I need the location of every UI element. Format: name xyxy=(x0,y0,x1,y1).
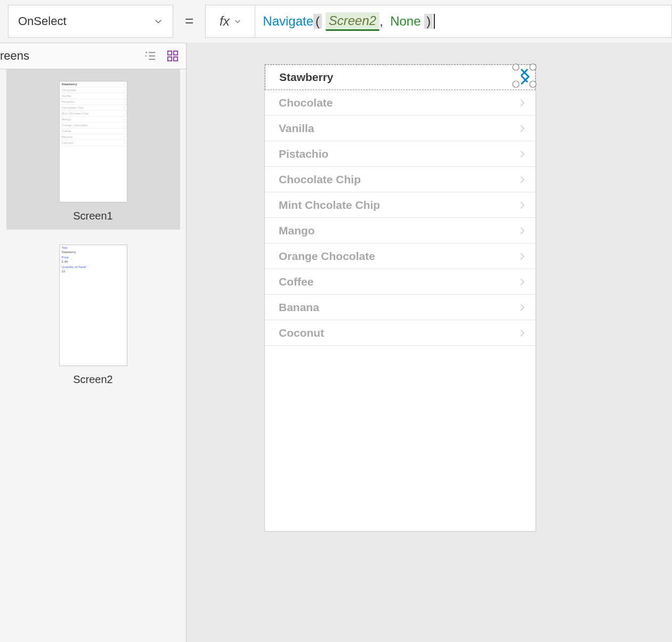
svg-point-10 xyxy=(513,81,519,87)
gallery-item-label: Mint Chcolate Chip xyxy=(279,199,380,212)
selection-handles-icon xyxy=(511,62,538,90)
panel-header: reens xyxy=(0,43,186,69)
thumbnail-label: Screen2 xyxy=(6,373,180,386)
chevron-right-icon xyxy=(517,226,527,235)
gallery-item-label: Orange Chocolate xyxy=(279,250,375,263)
chevron-right-icon xyxy=(517,303,527,312)
tree-view-icon[interactable] xyxy=(144,50,156,62)
gallery-item-label: Coconut xyxy=(279,327,324,339)
screens-panel: reens Stawberry› Chocolate› Vanilla› Pis… xyxy=(0,43,187,642)
chevron-right-icon xyxy=(517,200,527,210)
paren-open: ( xyxy=(313,14,322,29)
thumbnail-canvas: Stawberry› Chocolate› Vanilla› Pistachio… xyxy=(59,81,127,202)
chevron-right-icon xyxy=(517,251,527,261)
gallery-item[interactable]: Vanilla xyxy=(265,116,536,141)
chevron-right-icon xyxy=(517,149,527,159)
svg-point-8 xyxy=(513,64,519,70)
gallery-item-label: Vanilla xyxy=(279,122,314,135)
gallery-item[interactable]: Chocolate xyxy=(265,90,536,116)
svg-rect-4 xyxy=(168,51,172,55)
gallery-item-label: Chocolate xyxy=(279,96,333,109)
formula-function: Navigate xyxy=(263,14,313,29)
thumbnail-view-icon[interactable] xyxy=(167,50,179,62)
gallery-item[interactable]: Coffee xyxy=(265,269,536,295)
formula-bar: OnSelect = fx Navigate ( Screen2 , None … xyxy=(0,0,672,43)
svg-rect-5 xyxy=(174,51,177,55)
gallery-control[interactable]: Stawberry Chocolate Vanilla Pistachio Ch… xyxy=(265,64,536,346)
property-label: OnSelect xyxy=(18,14,67,28)
gallery-item-label: Coffee xyxy=(279,275,313,288)
chevron-right-icon xyxy=(517,277,527,287)
chevron-right-icon xyxy=(517,98,527,108)
thumbnail-label: Screen1 xyxy=(6,210,180,222)
svg-rect-7 xyxy=(174,57,177,61)
svg-point-11 xyxy=(530,81,536,87)
canvas-area: Stawberry Chocolate Vanilla Pistachio Ch… xyxy=(187,43,672,642)
app-canvas[interactable]: Stawberry Chocolate Vanilla Pistachio Ch… xyxy=(264,64,536,532)
formula-comma: , xyxy=(379,14,383,29)
gallery-item-selected[interactable]: Stawberry xyxy=(265,64,536,90)
svg-point-9 xyxy=(530,64,536,70)
text-cursor xyxy=(434,14,435,29)
svg-point-0 xyxy=(145,52,147,53)
gallery-item-label: Pistachio xyxy=(279,148,328,160)
chevron-right-icon xyxy=(517,124,527,133)
chevron-down-icon xyxy=(153,17,163,26)
formula-input[interactable]: Navigate ( Screen2 , None ) xyxy=(255,5,672,38)
chevron-down-icon xyxy=(234,18,241,25)
gallery-item[interactable]: Coconut xyxy=(265,320,536,346)
gallery-item[interactable]: Pistachio xyxy=(265,141,536,167)
gallery-item[interactable]: Banana xyxy=(265,295,536,320)
formula-arg: Screen2 xyxy=(326,12,379,31)
chevron-right-icon xyxy=(517,175,527,184)
screen-thumbnail-1[interactable]: Stawberry› Chocolate› Vanilla› Pistachio… xyxy=(6,69,180,230)
fx-button[interactable]: fx xyxy=(205,5,255,38)
gallery-item-label: Stawberry xyxy=(279,71,334,84)
gallery-item-label: Mango xyxy=(279,224,315,237)
gallery-item-label: Banana xyxy=(279,301,319,314)
gallery-item[interactable]: Chocolate Chip xyxy=(265,167,536,192)
screen-thumbnail-2[interactable]: Title Stawberry Price 2.49 Quantity on h… xyxy=(6,233,180,393)
formula-none: None xyxy=(390,14,420,29)
gallery-item[interactable]: Mango xyxy=(265,218,536,243)
svg-rect-6 xyxy=(168,57,172,61)
gallery-item[interactable]: Orange Chocolate xyxy=(265,243,536,269)
property-dropdown[interactable]: OnSelect xyxy=(8,5,173,38)
fx-label: fx xyxy=(220,14,230,29)
gallery-item[interactable]: Mint Chcolate Chip xyxy=(265,192,536,218)
paren-close: ) xyxy=(424,14,433,29)
panel-title: reens xyxy=(0,49,29,63)
equals-label: = xyxy=(185,13,193,30)
chevron-right-icon xyxy=(517,328,527,338)
thumbnail-canvas: Title Stawberry Price 2.49 Quantity on h… xyxy=(59,245,127,366)
gallery-item-label: Chocolate Chip xyxy=(279,173,361,186)
